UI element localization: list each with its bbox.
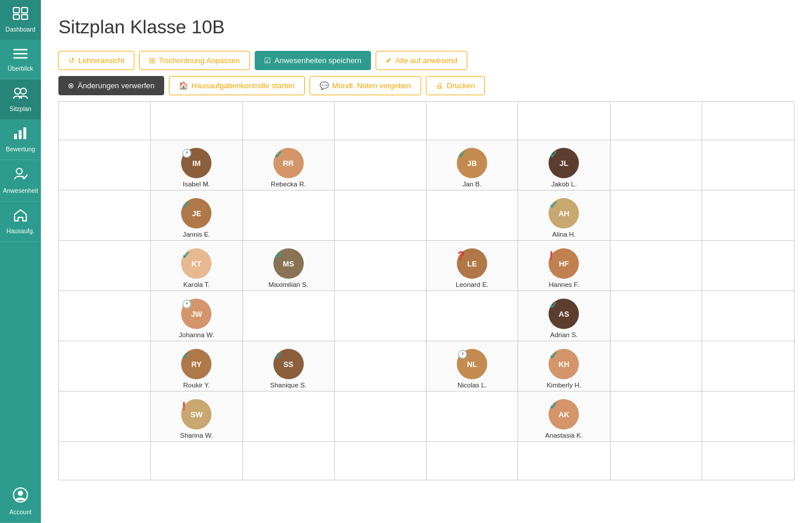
grid-cell-6-2 bbox=[243, 392, 335, 441]
sidebar-item-dashboard-label: Dashboard bbox=[5, 26, 35, 33]
discard-icon: ⊗ bbox=[68, 81, 74, 90]
sidebar-item-account[interactable]: Account bbox=[0, 480, 41, 523]
grid-cell-4-0 bbox=[59, 291, 151, 341]
sidebar-item-ueberblick[interactable]: Überblick bbox=[0, 40, 41, 79]
grid-cell-5-6 bbox=[610, 341, 702, 391]
student-name: Rebecka R. bbox=[271, 181, 306, 188]
drucken-button[interactable]: 🖨 Drucken bbox=[426, 76, 485, 95]
grid-cell-2-6 bbox=[610, 191, 702, 240]
grid-cell-5-1[interactable]: ✓ RY Roukir Y. bbox=[151, 341, 242, 391]
aenderungen-button[interactable]: ⊗ Änderungen verwerfen bbox=[58, 76, 164, 95]
check-status: ✓ bbox=[549, 148, 558, 161]
grid-cell-1-2[interactable]: ✓ RR Rebecka R. bbox=[243, 140, 335, 190]
student-name: Jan B. bbox=[463, 181, 482, 188]
student-name: Karola T. bbox=[183, 281, 210, 288]
hausaufgaben-button[interactable]: 🏠 Hausaufgabenkontrolle starten bbox=[169, 76, 305, 95]
svg-point-8 bbox=[20, 88, 26, 94]
grid-cell-1-0 bbox=[59, 140, 151, 190]
toolbar-row-1: ↺ Lehreransicht ⊞ Tischordnung Anpassen … bbox=[58, 51, 794, 70]
check-all-icon: ✔ bbox=[386, 56, 392, 65]
sidebar-item-ueberblick-label: Überblick bbox=[8, 65, 33, 72]
exclaim-status: ! bbox=[549, 249, 553, 262]
svg-rect-11 bbox=[23, 127, 26, 139]
sitzplan-icon bbox=[12, 86, 29, 103]
grid-cell-3-2[interactable]: ✓ MS Maximilian S. bbox=[243, 241, 335, 290]
sidebar-item-bewertung[interactable]: Bewertung bbox=[0, 120, 41, 160]
grid-cell-3-5[interactable]: ! HF Hannes F. bbox=[518, 241, 610, 290]
grid-row-6: ! SW Sharina W. ✓ AK Anastasia K. bbox=[59, 392, 794, 442]
sidebar-item-sitzplan-label: Sitzplan bbox=[9, 105, 31, 112]
check-status: ✓ bbox=[549, 400, 558, 413]
tischordnung-button[interactable]: ⊞ Tischordnung Anpassen bbox=[139, 51, 250, 70]
grid-cell-5-4[interactable]: 🕐 NL Nicolas L. bbox=[426, 341, 518, 391]
grid-row-0 bbox=[59, 102, 794, 140]
grid-cell-4-2 bbox=[243, 291, 335, 341]
grid-cell-3-6 bbox=[610, 241, 702, 290]
student-name: Sharina W. bbox=[180, 432, 213, 439]
grid-cell-4-3 bbox=[335, 291, 426, 341]
clock-status: 🕐 bbox=[182, 299, 192, 309]
grid-cell-3-1[interactable]: ✓ KT Karola T. bbox=[151, 241, 242, 290]
check-status: ✓ bbox=[549, 199, 558, 212]
sidebar-item-anwesenheit-label: Anwesenheit bbox=[3, 187, 38, 194]
grid-cell-5-7 bbox=[702, 341, 794, 391]
svg-rect-3 bbox=[22, 15, 27, 19]
grid-cell-5-5[interactable]: ✓ KH Kimberly H. bbox=[518, 341, 610, 391]
alle-anwesend-button[interactable]: ✔ Alle auf anwesend bbox=[376, 51, 467, 70]
svg-point-15 bbox=[18, 491, 23, 496]
grid-cell-7-1 bbox=[151, 442, 242, 480]
grid-cell-2-1[interactable]: ✓ JE Jannis E. bbox=[151, 191, 242, 240]
sidebar-item-sitzplan[interactable]: Sitzplan bbox=[0, 79, 41, 120]
sidebar-item-anwesenheit[interactable]: Anwesenheit bbox=[0, 160, 41, 202]
grid-cell-0-6 bbox=[610, 102, 702, 140]
check-status: ✓ bbox=[549, 349, 558, 362]
grid-row-4: 🕐 JW Johanna W. ✓ AS Adrian S. bbox=[59, 291, 794, 341]
sidebar-item-dashboard[interactable]: Dashboard bbox=[0, 0, 41, 40]
student-name: Jakob L. bbox=[551, 181, 577, 188]
home-icon bbox=[13, 209, 27, 225]
anwesenheiten-button[interactable]: ☑ Anwesenheiten speichern bbox=[255, 51, 371, 70]
grid-cell-7-6 bbox=[610, 442, 702, 480]
sidebar-item-bewertung-label: Bewertung bbox=[6, 146, 35, 153]
svg-marker-13 bbox=[15, 210, 26, 221]
student-name: Johanna W. bbox=[179, 331, 214, 338]
muendlich-button[interactable]: 💬 Mündl. Noten vergeben bbox=[310, 76, 421, 95]
grid-cell-1-4[interactable]: ✓ JB Jan B. bbox=[426, 140, 518, 190]
grid-cell-7-4 bbox=[426, 442, 518, 480]
grid-cell-3-4[interactable]: ? LE Leonard E. bbox=[426, 241, 518, 290]
grid-row-3: ✓ KT Karola T. ✓ MS Maximilian S. ? LE L… bbox=[59, 241, 794, 291]
grid-cell-0-4 bbox=[426, 102, 518, 140]
grid-cell-7-0 bbox=[59, 442, 151, 480]
student-name: Nicolas L. bbox=[457, 382, 487, 389]
grid-cell-4-5[interactable]: ✓ AS Adrian S. bbox=[518, 291, 610, 341]
grid-cell-1-1[interactable]: 🕐 IM Isabel M. bbox=[151, 140, 242, 190]
grid-cell-6-5[interactable]: ✓ AK Anastasia K. bbox=[518, 392, 610, 441]
lehreransicht-button[interactable]: ↺ Lehreransicht bbox=[58, 51, 134, 70]
grid-cell-5-0 bbox=[59, 341, 151, 391]
sidebar-item-hausaufg-label: Hausaufg. bbox=[6, 227, 34, 234]
table-icon: ⊞ bbox=[149, 56, 155, 65]
grid-cell-1-7 bbox=[702, 140, 794, 190]
check-status: ✓ bbox=[182, 349, 190, 362]
grid-cell-1-5[interactable]: ✓ JL Jakob L. bbox=[518, 140, 610, 190]
grid-cell-7-2 bbox=[243, 442, 335, 480]
student-name: Hannes F. bbox=[549, 281, 579, 288]
check-status: ✓ bbox=[274, 148, 283, 161]
svg-rect-9 bbox=[14, 134, 17, 139]
speech-icon: 💬 bbox=[320, 81, 329, 90]
student-name: Adrian S. bbox=[550, 331, 578, 338]
grid-cell-2-5[interactable]: ✓ AH Alina H. bbox=[518, 191, 610, 240]
grid-cell-2-0 bbox=[59, 191, 151, 240]
student-name: Roukir Y. bbox=[183, 382, 210, 389]
grid-cell-5-2[interactable]: ✓ SS Shanique S. bbox=[243, 341, 335, 391]
check-status: ✓ bbox=[274, 249, 283, 262]
check-status: ✓ bbox=[457, 148, 466, 161]
grid-cell-0-2 bbox=[243, 102, 335, 140]
grid-cell-4-4 bbox=[426, 291, 518, 341]
grid-cell-2-3 bbox=[335, 191, 426, 240]
grid-cell-4-1[interactable]: 🕐 JW Johanna W. bbox=[151, 291, 242, 341]
grid-cell-5-3 bbox=[335, 341, 426, 391]
sidebar-item-hausaufg[interactable]: Hausaufg. bbox=[0, 202, 41, 242]
grid-cell-6-1[interactable]: ! SW Sharina W. bbox=[151, 392, 242, 441]
svg-rect-2 bbox=[13, 15, 19, 19]
